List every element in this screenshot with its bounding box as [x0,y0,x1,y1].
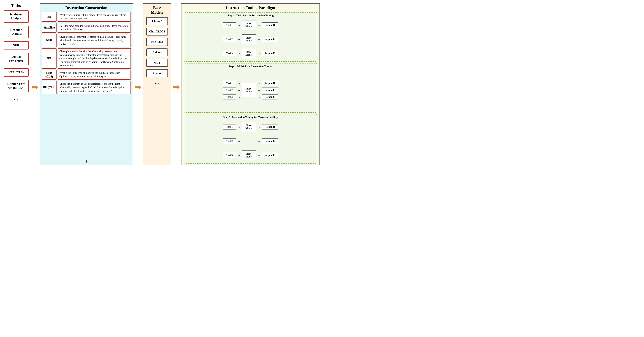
step2-arrow2 [237,88,241,92]
instruction-column: Instruction Construction SA What is the … [40,3,133,165]
instruction-rows: SA What is the sentiment of this news? P… [42,12,131,159]
step1-arrow3b [257,52,261,55]
step2-respond2: Respond2 [262,87,278,93]
instr-row-ner-cls: NER (CLS) What is the entity type of 'Ba… [42,70,131,80]
instr-label-ner: NER [42,34,56,47]
model-mpt: MPT [146,59,168,67]
step2-task2-row: Task2 [223,87,241,93]
task-relation: Relation Extraction [4,53,29,65]
step3-content: Task1 BaseModel Respond1 Task2 BaseModel… [186,120,314,162]
instruction-dots: ⋮ [84,159,88,164]
step3: Step 3: Instruction Tuning for Zero-shot… [184,114,317,164]
step2-task1-row: Task1 [223,81,241,86]
instr-text-ner: Given options of entity types, please fi… [58,34,131,47]
models-dots: ... [155,80,159,85]
step2-respond3-row: Respond3 [257,94,278,100]
step2-arrow3 [237,95,241,99]
step1-respond1: Respond1 [262,22,278,28]
task-sentiment: Sentiment Analysis [4,10,29,22]
model-llama2: Llama2 [146,17,168,25]
step2: Step 2: Multi-Task Instruction Tuning Ta… [184,63,317,113]
step2-rarrow3 [257,95,261,99]
instr-row-sa: SA What is the sentiment of this news? P… [42,12,131,22]
step3-arrow2b [257,139,261,143]
step3-respond3: Respond3 [262,153,278,158]
models-column: BaseModels Llama2 ChatGLM 2 BLOOM Falcon… [143,3,172,165]
step2-content: Task1 Task2 Task3 BaseModel Respond1 [186,69,314,111]
step1-model2: BaseModel [242,34,256,44]
step3-title: Step 3: Instruction Tuning for Zero-shot… [186,116,314,119]
step2-title: Step 2: Multi-Task Instruction Tuning [186,65,314,68]
step3-arrow1b [257,125,261,129]
step1: Step 1: Task-Specific Instruction Tuning… [184,12,317,62]
arrow-tasks-to-instruction: ➡ [30,8,40,165]
step1-content: Task1 BaseModel Respond1 Task2 BaseModel… [186,18,314,60]
step1-arrow1 [237,23,241,27]
step2-model: BaseModel [242,83,256,97]
instr-text-re-cls: Utilize the input text as a context refe… [58,81,131,94]
step2-respond1-row: Respond1 [257,81,278,86]
model-falcon: Falcon [146,48,168,56]
task-headline: Headline Analysis [4,26,29,38]
instr-row-re-cls: RE (CLS) Utilize the input text as a con… [42,81,131,94]
step2-model-col: BaseModel [242,83,256,97]
step2-task2: Task2 [223,87,236,93]
step2-respond1: Respond1 [262,81,278,86]
task-re-cls: Relation Extr action (CLS) [4,80,29,92]
instruction-title: Instruction Construction [65,5,107,10]
instr-label-re-cls: RE (CLS) [42,81,56,94]
step2-tasks: Task1 Task2 Task3 [223,81,241,100]
tasks-column: Tasks Sentiment Analysis Headline Analys… [2,3,30,165]
step3-arrow3b [257,154,261,157]
models-title: BaseModels [151,5,163,15]
step1-model1: BaseModel [242,20,256,30]
step2-task1: Task1 [223,81,236,86]
instr-label-ner-cls: NER (CLS) [42,70,56,80]
step3-respond2: Respond2 [262,138,278,144]
step1-title: Step 1: Task-Specific Instruction Tuning [186,14,314,17]
task-ner: NER [4,41,29,49]
instr-row-re: RE Given phrases that describe the relat… [42,48,131,69]
instr-text-ner-cls: What is the entity type of 'Bank' in the… [58,70,131,80]
instr-label-sa: SA [42,12,56,22]
step3-arrow1 [237,125,241,129]
instr-row-ner: NER Given options of entity types, pleas… [42,34,131,47]
step1-respond3: Respond3 [262,51,278,56]
instr-text-re: Given phrases that describe the relation… [58,48,131,69]
step3-respond1: Respond1 [262,124,278,130]
step1-task3: Task3 [223,51,236,56]
step3-task2: Task2 [223,138,236,144]
step2-task3-row: Task3 [223,94,241,100]
step3-arrow2 [237,139,241,143]
step3-task1: Task1 [223,124,236,130]
instr-row-headline: Headline Does the news headline talk abo… [42,23,131,33]
step1-model3: BaseModel [242,49,256,58]
step1-arrow3 [237,52,241,55]
step3-arrow3 [237,154,241,157]
step2-respond2-row: Respond2 [257,87,278,93]
instr-text-headline: Does the news headline talk about price … [58,23,131,33]
step3-task3: Task3 [223,153,236,158]
task-ner-cls: NER (CLS) [4,68,29,77]
step2-rarrow2 [257,88,261,92]
step1-task2: Task2 [223,36,236,42]
step1-task1: Task1 [223,22,236,28]
step2-rarrow1 [257,82,261,85]
step2-arrow1 [237,82,241,85]
tasks-title: Tasks [11,3,21,8]
paradigm-title: Instruction Tuning Paradigm [184,5,317,10]
arrow-models-to-paradigm: ➡ [172,8,181,165]
model-chatglm2: ChatGLM 2 [146,28,168,35]
tasks-dots: ... [14,96,18,101]
paradigm-column: Instruction Tuning Paradigm Step 1: Task… [181,3,320,165]
step1-arrow2 [237,37,241,41]
instr-label-re: RE [42,48,56,69]
step1-arrow2b [257,37,261,41]
instr-text-sa: What is the sentiment of this news? Plea… [58,12,131,22]
step1-arrow1b [257,23,261,27]
step2-respond3: Respond3 [262,94,278,100]
arrow-instruction-to-models: ➡ [133,8,143,165]
step1-respond2: Respond2 [262,36,278,42]
instr-label-headline: Headline [42,23,56,33]
step2-task3: Task3 [223,94,236,100]
